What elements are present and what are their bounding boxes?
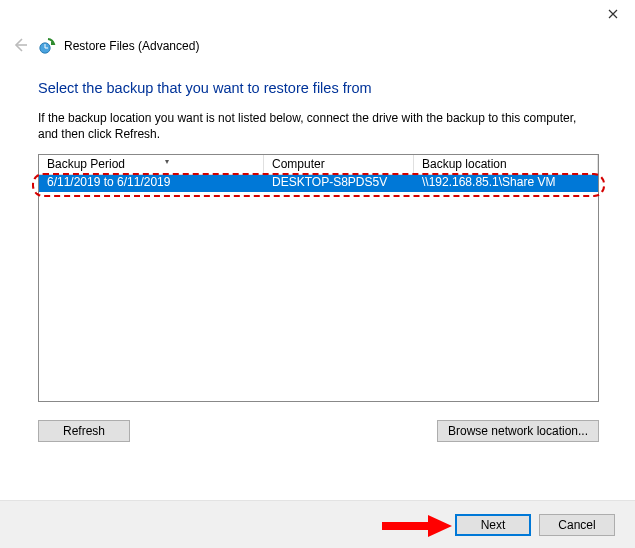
restore-files-icon <box>38 37 56 55</box>
table-row[interactable]: 6/11/2019 to 6/11/2019 DESKTOP-S8PDS5V \… <box>39 175 598 192</box>
browse-network-button[interactable]: Browse network location... <box>437 420 599 442</box>
column-label: Backup Period <box>47 157 125 171</box>
listview-header[interactable]: Backup Period▾ Computer Backup location <box>39 155 598 175</box>
cancel-button[interactable]: Cancel <box>539 514 615 536</box>
column-header-period[interactable]: Backup Period▾ <box>39 155 264 175</box>
window-header: Restore Files (Advanced) <box>0 32 635 56</box>
sort-indicator-icon: ▾ <box>165 157 169 166</box>
cell-location: \\192.168.85.1\Share VM <box>414 175 598 192</box>
annotation-arrow <box>382 515 452 537</box>
wizard-footer: Next Cancel <box>0 500 635 548</box>
column-header-computer[interactable]: Computer <box>264 155 414 175</box>
back-arrow-icon[interactable] <box>10 36 30 56</box>
next-button[interactable]: Next <box>455 514 531 536</box>
page-heading: Select the backup that you want to resto… <box>38 80 599 96</box>
cell-computer: DESKTOP-S8PDS5V <box>264 175 414 192</box>
window-title: Restore Files (Advanced) <box>64 39 199 53</box>
close-button[interactable] <box>590 0 635 28</box>
column-header-location[interactable]: Backup location <box>414 155 598 175</box>
svg-rect-1 <box>382 522 428 530</box>
refresh-button[interactable]: Refresh <box>38 420 130 442</box>
backup-listview[interactable]: Backup Period▾ Computer Backup location … <box>38 154 599 402</box>
cell-period: 6/11/2019 to 6/11/2019 <box>39 175 264 192</box>
page-instruction: If the backup location you want is not l… <box>38 110 599 142</box>
